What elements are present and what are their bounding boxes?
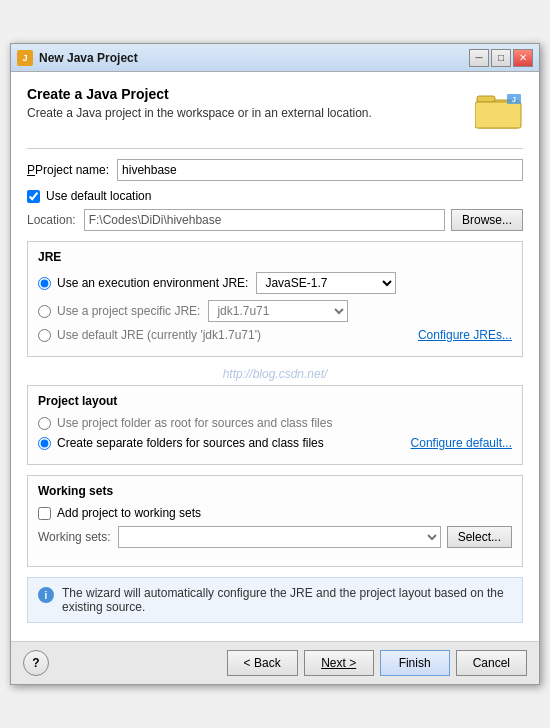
jre-default-radio[interactable] <box>38 329 51 342</box>
main-window: J New Java Project ─ □ ✕ Create a Java P… <box>10 43 540 685</box>
svg-text:J: J <box>22 53 27 63</box>
project-name-row: PProject name: <box>27 159 523 181</box>
svg-rect-5 <box>475 102 521 128</box>
jre-env-select[interactable]: JavaSE-1.7 <box>256 272 396 294</box>
working-sets-select[interactable] <box>118 526 440 548</box>
titlebar-controls: ─ □ ✕ <box>469 49 533 67</box>
dialog-title: Create a Java Project <box>27 86 372 102</box>
jre-option-default-row: Use default JRE (currently 'jdk1.7u71') … <box>38 328 512 342</box>
minimize-button[interactable]: ─ <box>469 49 489 67</box>
jre-specific-select[interactable]: jdk1.7u71 <box>208 300 348 322</box>
close-button[interactable]: ✕ <box>513 49 533 67</box>
jre-specific-label: Use a project specific JRE: <box>57 304 200 318</box>
watermark: http://blog.csdn.net/ <box>27 367 523 381</box>
layout-separate-radio[interactable] <box>38 437 51 450</box>
working-sets-select-row: Working sets: Select... <box>38 526 512 548</box>
info-icon: i <box>38 587 54 603</box>
add-to-working-sets-row: Add project to working sets <box>38 506 512 520</box>
title-bar: J New Java Project ─ □ ✕ <box>11 44 539 72</box>
dialog-header: Create a Java Project Create a Java proj… <box>27 86 523 134</box>
info-text: The wizard will automatically configure … <box>62 586 512 614</box>
footer-right: < Back Next > Finish Cancel <box>227 650 527 676</box>
jre-option-env-row: Use an execution environment JRE: JavaSE… <box>38 272 512 294</box>
project-name-input[interactable] <box>117 159 523 181</box>
use-default-location-row: Use default location <box>27 189 523 203</box>
window-icon: J <box>17 50 33 66</box>
configure-default-link[interactable]: Configure default... <box>411 436 512 450</box>
svg-rect-4 <box>477 96 495 102</box>
project-layout-section: Project layout Use project folder as roo… <box>27 385 523 465</box>
layout-root-radio[interactable] <box>38 417 51 430</box>
maximize-button[interactable]: □ <box>491 49 511 67</box>
location-row: Location: Browse... <box>27 209 523 231</box>
jre-option-specific-row: Use a project specific JRE: jdk1.7u71 <box>38 300 512 322</box>
cancel-button[interactable]: Cancel <box>456 650 527 676</box>
footer-buttons: ? < Back Next > Finish Cancel <box>11 641 539 684</box>
location-label: Location: <box>27 213 76 227</box>
working-sets-label: Working sets: <box>38 530 110 544</box>
layout-separate-label: Create separate folders for sources and … <box>57 436 324 450</box>
add-to-working-sets-checkbox[interactable] <box>38 507 51 520</box>
folder-icon: J <box>475 86 523 134</box>
layout-separate-row: Create separate folders for sources and … <box>38 436 512 450</box>
jre-default-label: Use default JRE (currently 'jdk1.7u71') <box>57 328 261 342</box>
use-default-location-label: Use default location <box>46 189 151 203</box>
project-layout-title: Project layout <box>38 394 512 408</box>
dialog-subtitle: Create a Java project in the workspace o… <box>27 106 372 120</box>
help-button[interactable]: ? <box>23 650 49 676</box>
header-separator <box>27 148 523 149</box>
header-text: Create a Java Project Create a Java proj… <box>27 86 372 120</box>
working-sets-section: Working sets Add project to working sets… <box>27 475 523 567</box>
working-sets-title: Working sets <box>38 484 512 498</box>
layout-root-label: Use project folder as root for sources a… <box>57 416 332 430</box>
add-to-working-sets-label: Add project to working sets <box>57 506 201 520</box>
browse-button[interactable]: Browse... <box>451 209 523 231</box>
back-button[interactable]: < Back <box>227 650 298 676</box>
svg-text:J: J <box>512 96 516 103</box>
jre-env-radio[interactable] <box>38 277 51 290</box>
jre-specific-radio[interactable] <box>38 305 51 318</box>
layout-root-row: Use project folder as root for sources a… <box>38 416 512 430</box>
jre-env-label: Use an execution environment JRE: <box>57 276 248 290</box>
next-button[interactable]: Next > <box>304 650 374 676</box>
location-input[interactable] <box>84 209 445 231</box>
project-name-label: PProject name: <box>27 163 109 177</box>
select-button[interactable]: Select... <box>447 526 512 548</box>
use-default-location-checkbox[interactable] <box>27 190 40 203</box>
configure-jres-link[interactable]: Configure JREs... <box>418 328 512 342</box>
jre-section: JRE Use an execution environment JRE: Ja… <box>27 241 523 357</box>
window-title: New Java Project <box>39 51 469 65</box>
jre-title: JRE <box>38 250 512 264</box>
finish-button[interactable]: Finish <box>380 650 450 676</box>
dialog-content: Create a Java Project Create a Java proj… <box>11 72 539 641</box>
info-box: i The wizard will automatically configur… <box>27 577 523 623</box>
